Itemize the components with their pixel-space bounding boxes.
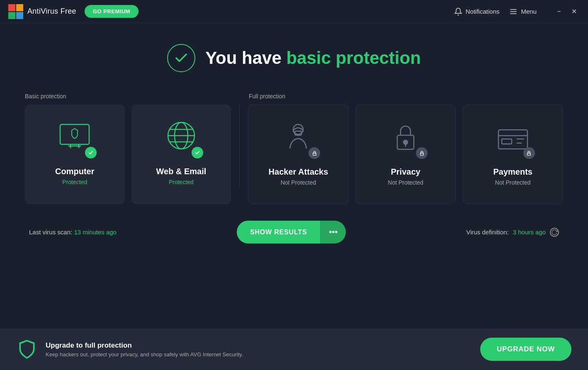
computer-card-status: Protected (62, 179, 87, 185)
lock-badge-icon2 (419, 151, 425, 156)
refresh-icon[interactable] (550, 228, 559, 237)
virus-definition-info: Virus definition: 3 hours ago (466, 228, 559, 237)
card-privacy[interactable]: Privacy Not Protected (355, 105, 456, 204)
upgrade-banner: Upgrade to full protection Keep hackers … (0, 329, 588, 370)
check-badge-icon2 (194, 150, 200, 156)
banner-title: Upgrade to full protection (46, 341, 472, 350)
svg-rect-2 (8, 12, 15, 19)
last-scan-time: 13 minutes ago (74, 229, 117, 236)
cards-row: Computer Protected Web & Email (25, 105, 563, 204)
web-email-icon-area (163, 117, 200, 158)
menu-button[interactable]: Menu (509, 7, 537, 16)
banner-shield-icon (17, 339, 37, 360)
title-bar-right: Notifications Menu − ✕ (454, 6, 580, 17)
banner-text-area: Upgrade to full protection Keep hackers … (46, 341, 472, 358)
scan-more-button[interactable]: ••• (320, 221, 346, 243)
main-content: You have basic protection Basic protecti… (0, 23, 588, 243)
notifications-button[interactable]: Notifications (454, 7, 500, 16)
title-bar: AntiVirus Free GO PREMIUM Notifications … (0, 0, 588, 23)
svg-rect-7 (60, 124, 89, 144)
status-header: You have basic protection (25, 44, 563, 72)
virus-def-time: 3 hours ago (513, 229, 546, 236)
web-email-card-status: Protected (169, 179, 194, 185)
lock-badge-icon (312, 151, 317, 156)
privacy-icon-area (387, 117, 424, 159)
card-web-email[interactable]: Web & Email Protected (131, 105, 231, 204)
svg-rect-25 (502, 139, 512, 144)
privacy-status-badge (416, 147, 428, 159)
payments-icon-area (494, 117, 532, 159)
payments-card-status: Not Protected (495, 179, 531, 186)
refresh-svg (551, 229, 558, 236)
svg-rect-0 (8, 4, 15, 11)
upgrade-now-button[interactable]: UPGRADE NOW (480, 338, 571, 361)
hamburger-icon (509, 7, 518, 16)
go-premium-button[interactable]: GO PREMIUM (85, 5, 138, 18)
card-payments[interactable]: Payments Not Protected (462, 105, 563, 204)
card-hacker-attacks[interactable]: Hacker Attacks Not Protected (248, 105, 349, 204)
scan-buttons: SHOW RESULTS ••• (237, 221, 346, 243)
minimize-button[interactable]: − (553, 6, 565, 17)
svg-rect-1 (16, 4, 23, 11)
web-email-card-title: Web & Email (156, 167, 207, 176)
check-badge-icon (88, 150, 94, 156)
scan-info: Last virus scan: 13 minutes ago (29, 229, 117, 236)
lock-badge-icon3 (526, 151, 532, 156)
status-title-text: You have (205, 48, 286, 68)
bell-icon (454, 7, 462, 16)
close-button[interactable]: ✕ (568, 6, 580, 17)
logo-area: AntiVirus Free (8, 4, 76, 19)
avg-logo-icon (8, 4, 23, 19)
svg-rect-18 (313, 153, 316, 155)
computer-card-title: Computer (55, 167, 94, 176)
svg-rect-28 (527, 153, 531, 155)
status-icon-circle (167, 44, 195, 72)
status-title-highlight: basic protection (286, 48, 420, 68)
payments-card-title: Payments (493, 167, 532, 177)
svg-rect-3 (16, 12, 23, 19)
banner-description: Keep hackers out, protect your privacy, … (46, 351, 472, 358)
hacker-attacks-card-status: Not Protected (281, 179, 316, 186)
full-protection-label: Full protection (249, 93, 285, 100)
notifications-label: Notifications (466, 8, 500, 15)
scan-bar: Last virus scan: 13 minutes ago SHOW RES… (25, 221, 563, 243)
privacy-card-title: Privacy (391, 167, 420, 177)
check-icon (174, 51, 189, 66)
section-divider (239, 105, 240, 187)
status-title: You have basic protection (205, 48, 421, 68)
card-computer[interactable]: Computer Protected (25, 105, 125, 204)
section-labels: Basic protection Full protection (25, 93, 563, 100)
web-email-status-badge (192, 147, 203, 158)
basic-protection-label: Basic protection (25, 93, 249, 100)
privacy-card-status: Not Protected (388, 179, 423, 186)
show-results-button[interactable]: SHOW RESULTS (237, 221, 320, 243)
computer-icon-area (56, 117, 93, 158)
hacker-icon-area (279, 117, 317, 159)
app-name: AntiVirus Free (27, 7, 76, 16)
menu-label: Menu (521, 8, 537, 15)
hacker-status-badge (309, 147, 320, 159)
hacker-attacks-card-title: Hacker Attacks (269, 167, 328, 177)
last-scan-label: Last virus scan: (29, 229, 74, 236)
svg-point-20 (403, 140, 408, 144)
computer-status-badge (85, 147, 97, 158)
window-controls: − ✕ (553, 6, 580, 17)
virus-def-label: Virus definition: (466, 229, 508, 236)
svg-rect-22 (420, 153, 423, 155)
payments-status-badge (523, 147, 535, 159)
